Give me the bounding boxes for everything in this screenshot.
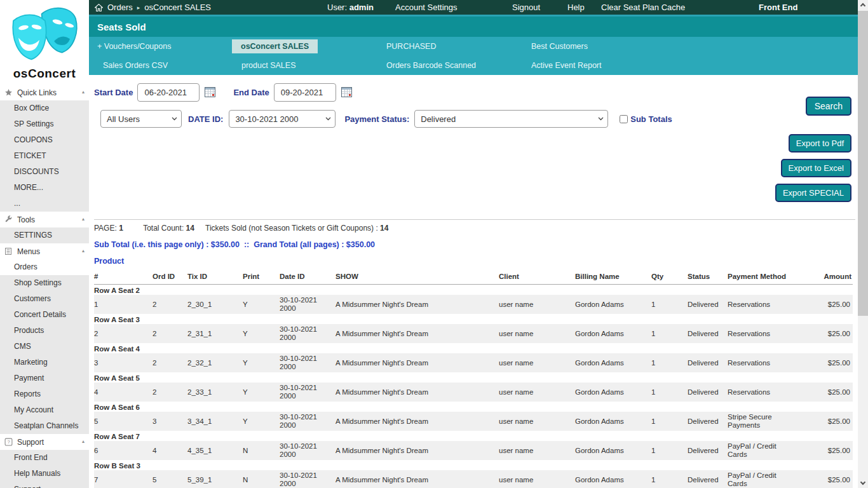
export-excel-button[interactable]: Export to Excel — [781, 159, 851, 177]
calendar-icon[interactable] — [341, 87, 352, 97]
tab-purchased[interactable]: PURCHASED — [386, 42, 437, 51]
search-button[interactable]: Search — [806, 97, 851, 116]
user-label: User: — [327, 3, 347, 12]
product-link[interactable]: Product — [94, 257, 124, 266]
sidebar-item-orders[interactable]: Orders — [0, 259, 89, 275]
end-date-input[interactable] — [274, 83, 336, 102]
tab-active-event-report[interactable]: Active Event Report — [531, 61, 601, 70]
breadcrumb-orders[interactable]: Orders — [107, 3, 133, 12]
payment-status-select[interactable]: Delivered — [414, 110, 608, 128]
topbar: Orders ▸ osConcert SALES User: admin Acc… — [89, 0, 858, 17]
sub-total: Sub Total (i.e. this page only) : $350.0… — [94, 240, 240, 249]
sidebar-item-customers[interactable]: Customers — [0, 291, 89, 307]
sidebar-section-title: Support — [17, 438, 44, 447]
seat-group-label: Row A Seat 6 — [94, 402, 853, 412]
cell-status: Delivered — [688, 383, 728, 402]
sub-totals-checkbox[interactable] — [620, 115, 628, 123]
tab-product-sales[interactable]: product SALES — [241, 61, 295, 70]
collapse-arrow-icon[interactable]: ▴ — [82, 438, 85, 444]
home-icon[interactable] — [95, 4, 103, 11]
tab-sales-orders-csv[interactable]: Sales Orders CSV — [103, 61, 168, 70]
cell-show: A Midsummer Night's Dream — [336, 324, 499, 343]
tickets-sold-count: 14 — [380, 224, 388, 233]
topnav-front-end[interactable]: Front End — [759, 3, 797, 12]
sidebar-item-coupons[interactable]: COUPONS — [0, 132, 89, 148]
vertical-scrollbar[interactable] — [858, 0, 868, 488]
sidebar-item-help-manuals[interactable]: Help Manuals — [0, 466, 89, 482]
total-count: 14 — [186, 224, 194, 233]
breadcrumb-current: osConcert SALES — [144, 3, 211, 12]
main-area: Orders ▸ osConcert SALES User: admin Acc… — [89, 0, 858, 488]
sidebar-item-cms[interactable]: CMS — [0, 339, 89, 355]
export-special-button[interactable]: Export SPECIAL — [775, 184, 851, 202]
tab-orders-barcode-scanned[interactable]: Orders Barcode Scanned — [386, 61, 476, 70]
sidebar-item-discounts[interactable]: DISCOUNTS — [0, 164, 89, 180]
cell-date-id: 30-10-2021 2000 — [280, 412, 336, 431]
sidebar-item-my-account[interactable]: My Account — [0, 402, 89, 418]
date-id-label: DATE ID: — [188, 114, 223, 124]
sidebar-item-front-end[interactable]: Front End — [0, 450, 89, 466]
seat-group-label: Row A Seat 3 — [94, 314, 853, 324]
sidebar-item-box-office[interactable]: Box Office — [0, 100, 89, 116]
sidebar-item-more[interactable]: MORE... — [0, 180, 89, 196]
table-row: 122_30_1Y30-10-2021 2000A Midsummer Nigh… — [94, 295, 853, 314]
sidebar-item-settings[interactable]: SETTINGS — [0, 227, 89, 243]
sidebar-item-sp-settings[interactable]: SP Settings — [0, 116, 89, 132]
cell-print: Y — [243, 412, 280, 431]
cell-payment-method: Reservations — [728, 295, 799, 314]
sidebar-section-tools[interactable]: Tools▴ — [0, 212, 89, 227]
collapse-arrow-icon[interactable]: ▴ — [82, 248, 85, 254]
sidebar-item-seatplan-channels[interactable]: Seatplan Channels — [0, 418, 89, 434]
seat-group-label: Row A Seat 2 — [94, 285, 853, 295]
sidebar-item-products[interactable]: Products — [0, 323, 89, 339]
cell-num: 5 — [94, 412, 153, 431]
table-row: 644_35_1N30-10-2021 2000A Midsummer Nigh… — [94, 441, 853, 460]
sidebar-section-title: Menus — [17, 247, 40, 256]
sidebar-item-payment[interactable]: Payment — [0, 370, 89, 386]
collapse-arrow-icon[interactable]: ▴ — [82, 216, 85, 222]
users-select[interactable]: All Users — [100, 110, 182, 128]
sidebar-item-reports[interactable]: Reports — [0, 386, 89, 402]
table-row: 422_33_1Y30-10-2021 2000A Midsummer Nigh… — [94, 383, 853, 402]
sidebar-item-shop-settings[interactable]: Shop Settings — [0, 275, 89, 291]
scroll-up-icon[interactable] — [860, 3, 865, 8]
cell-print: Y — [243, 324, 280, 343]
topnav-clear-seat-plan-cache[interactable]: Clear Seat Plan Cache — [601, 3, 685, 12]
sidebar-item-marketing[interactable]: Marketing — [0, 355, 89, 370]
table-group-row: Row A Seat 2 — [94, 285, 853, 295]
sidebar-item-concert-details[interactable]: Concert Details — [0, 307, 89, 323]
sidebar-section-support[interactable]: ?Support▴ — [0, 434, 89, 450]
collapse-arrow-icon[interactable]: ▴ — [82, 89, 85, 95]
cell-qty: 1 — [651, 470, 688, 488]
cell-ord-id: 3 — [153, 412, 187, 431]
date-id-select[interactable]: 30-10-2021 2000 — [229, 110, 336, 128]
end-date-label: End Date — [233, 88, 269, 97]
cell-num: 4 — [94, 383, 153, 402]
sidebar-item-[interactable]: ... — [0, 196, 89, 212]
sidebar-item-eticket[interactable]: ETICKET — [0, 148, 89, 164]
topnav-help[interactable]: Help — [567, 3, 585, 12]
topnav-signout[interactable]: Signout — [512, 3, 540, 12]
export-pdf-button[interactable]: Export to Pdf — [789, 134, 851, 152]
tab-vouchers-coupons[interactable]: + Vouchers/Coupons — [97, 42, 171, 51]
tab-best-customers[interactable]: Best Customers — [531, 42, 588, 51]
cell-amount: $25.00 — [799, 470, 853, 488]
scroll-down-icon[interactable] — [860, 480, 865, 485]
cell-amount: $25.00 — [799, 295, 853, 314]
cell-billing-name: Gordon Adams — [575, 470, 651, 488]
user-indicator: User: admin — [327, 3, 374, 12]
sidebar-section-menus[interactable]: Menus▴ — [0, 243, 89, 259]
cell-num: 7 — [94, 470, 153, 488]
tab-osconcert-sales[interactable]: osConcert SALES — [232, 39, 318, 53]
cell-billing-name: Gordon Adams — [575, 295, 651, 314]
cell-qty: 1 — [651, 441, 688, 460]
topnav-account-settings[interactable]: Account Settings — [395, 3, 458, 12]
cell-tix-id: 5_39_1 — [187, 470, 243, 488]
calendar-icon[interactable] — [205, 87, 215, 97]
sidebar-section-quick-links[interactable]: Quick Links▴ — [0, 85, 89, 100]
start-date-input[interactable] — [137, 83, 200, 102]
wrench-icon — [4, 215, 13, 224]
scrollbar-thumb[interactable] — [858, 11, 868, 316]
cell-billing-name: Gordon Adams — [575, 412, 651, 431]
sidebar-item-support[interactable]: Support — [0, 482, 89, 488]
